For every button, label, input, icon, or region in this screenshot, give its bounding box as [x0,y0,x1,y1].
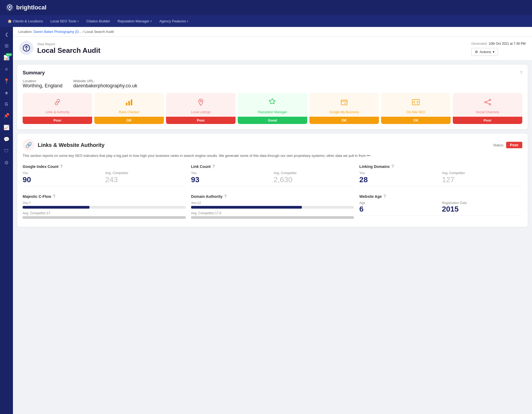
score-card-rank[interactable]: Rank Checker OK [94,93,164,124]
google-index-comp: Avg. Competitor 243 [105,171,185,184]
majestic-comp-fill [23,216,186,219]
domain-comp-track [191,216,354,219]
nav-bar: 🏠 Clients & Locations Local SEO Tools ▾ … [0,15,532,27]
website-age-title: Website Age ? [359,194,522,199]
sidebar-item-favorites[interactable]: ★ [0,87,13,99]
score-card-icon-social [483,97,492,108]
score-card-status-onsite: OK [381,117,451,124]
report-header: View Report: Local Search Audit Generate… [13,37,532,60]
sidebar-item-settings[interactable]: ⚙ [0,157,13,168]
summary-help-icon[interactable]: ? [520,71,522,75]
website-item: Website URL: darenbakerphotography.co.uk [73,79,137,89]
nav-item-local-seo[interactable]: Local SEO Tools ▾ [47,17,82,25]
score-card-label-rank: Rank Checker [119,110,139,114]
majestic-comp-track [23,216,186,219]
majestic-comp-bar: Avg. Competitor:17 [23,211,186,219]
link-count-help-icon[interactable]: ? [212,164,215,169]
divider [191,186,354,187]
linking-domains-comp: Avg. Competitor 127 [442,171,522,184]
location-label: Location: [23,79,63,83]
sidebar: ❮ ⊞ 📊 New ≡ 📍 ★ G 📌 📈 💬 🛡 ⚙ [0,27,13,414]
sidebar-item-google[interactable]: G [0,99,13,109]
sidebar-item-shield[interactable]: 🛡 [0,146,13,157]
score-card-status-rank: OK [94,117,164,124]
score-card-links[interactable]: Links & Authority Poor [23,93,92,124]
sidebar-item-list[interactable]: ≡ [0,64,13,75]
google-index-metric: Google Index Count ? You 90 Avg. Competi… [23,164,186,189]
summary-card-header: Summary ? [23,70,522,76]
sidebar-item-pin[interactable]: 📌 [0,110,13,121]
links-status-badge: Status: Poor [493,142,522,148]
score-card-status-social: Poor [453,117,522,124]
score-card-social[interactable]: Social Channels Poor [453,93,522,124]
score-card-gmb[interactable]: G Google My Business OK [309,93,379,124]
sidebar-toggle[interactable]: ❮ [0,29,13,40]
sidebar-item-dashboard[interactable]: ⊞ [0,40,13,51]
nav-item-clients[interactable]: 🏠 Clients & Locations [4,17,46,25]
logo[interactable]: brightlocal [5,3,46,12]
svg-rect-4 [128,101,130,105]
score-card-status-reputation: Good [238,117,307,124]
google-index-you: You 90 [23,171,103,184]
domain-authority-title: Domain Authority ? [191,194,354,199]
score-card-body-local: Local Listings [166,93,236,117]
score-card-body-rank: Rank Checker [94,93,164,117]
score-card-reputation[interactable]: Reputation Manager Good [238,93,307,124]
report-meta: Generated: 10th Oct 2021 at 7:39 PM ⚙ Ac… [471,41,526,56]
chevron-down-icon-2: ▾ [150,20,152,23]
score-card-icon-reputation [268,97,277,108]
link-count-title: Link Count ? [191,164,354,169]
divider [359,216,522,216]
majestic-cflow-title: Majestic C-Flow ? [23,194,186,199]
score-card-status-gmb: OK [309,117,379,124]
linking-domains-help-icon[interactable]: ? [391,164,394,169]
actions-button[interactable]: ⚙ Actions ▾ [471,48,498,56]
svg-point-6 [200,100,202,102]
score-card-label-gmb: Google My Business [329,110,359,114]
sidebar-item-locations[interactable]: 📍 [0,75,13,87]
report-title-section: View Report: Local Search Audit [19,41,101,55]
score-card-body-reputation: Reputation Manager [238,93,307,117]
score-card-local[interactable]: Local Listings Poor [166,93,236,124]
website-age-help-icon[interactable]: ? [384,194,386,199]
links-icon-circle: 🔗 [23,139,34,151]
breadcrumb-prefix: Location: [18,30,33,34]
location-value: Worthing, England [23,83,63,88]
sidebar-item-chart[interactable]: 📈 [0,122,13,133]
breadcrumb: Location: Daren Baker Photography (D... … [13,27,532,37]
new-badge: New [6,53,12,56]
svg-rect-3 [126,103,127,105]
svg-text:G: G [344,103,346,104]
metrics-grid: Google Index Count ? You 90 Avg. Competi… [23,164,522,222]
score-card-body-social: Social Channels [453,93,522,117]
svg-point-12 [485,101,486,103]
majestic-you-fill [23,206,89,209]
location-item: Location: Worthing, England [23,79,63,89]
domain-you-track [191,206,354,209]
sidebar-item-reports[interactable]: 📊 New [0,52,13,63]
nav-item-agency[interactable]: Agency Features ▾ [156,17,191,25]
sidebar-item-chat[interactable]: 💬 [0,134,13,145]
domain-comp-fill [191,216,354,219]
nav-item-reputation[interactable]: Reputation Manager ▾ [114,17,155,25]
breadcrumb-location[interactable]: Daren Baker Photography (D... [33,30,81,34]
page-content: Summary ? Location: Worthing, England We… [13,60,532,231]
score-card-label-links: Links & Authority [45,110,69,114]
chevron-down-icon-actions: ▾ [493,50,495,54]
summary-card: Summary ? Location: Worthing, England We… [17,65,528,129]
score-card-onsite[interactable]: On-Site SEO OK [381,93,451,124]
score-card-body-onsite: On-Site SEO [381,93,451,117]
svg-rect-7 [341,100,347,105]
breadcrumb-separator: / [83,30,85,34]
majestic-you-track [23,206,186,209]
majestic-help-icon[interactable]: ? [53,194,56,199]
website-age-metric: Website Age ? Age 6 Registration Date 20… [359,194,522,222]
main-layout: ❮ ⊞ 📊 New ≡ 📍 ★ G 📌 📈 💬 🛡 ⚙ Location: Da… [0,27,532,414]
score-card-icon-onsite [411,97,421,108]
google-index-help-icon[interactable]: ? [60,164,63,169]
domain-authority-metric: Domain Authority ? You:12 Avg. Competito… [191,194,354,222]
view-report-label: View Report: [37,42,56,46]
nav-item-citation[interactable]: Citation Builder [83,17,113,25]
domain-authority-help-icon[interactable]: ? [224,194,227,199]
score-card-label-onsite: On-Site SEO [406,110,425,114]
